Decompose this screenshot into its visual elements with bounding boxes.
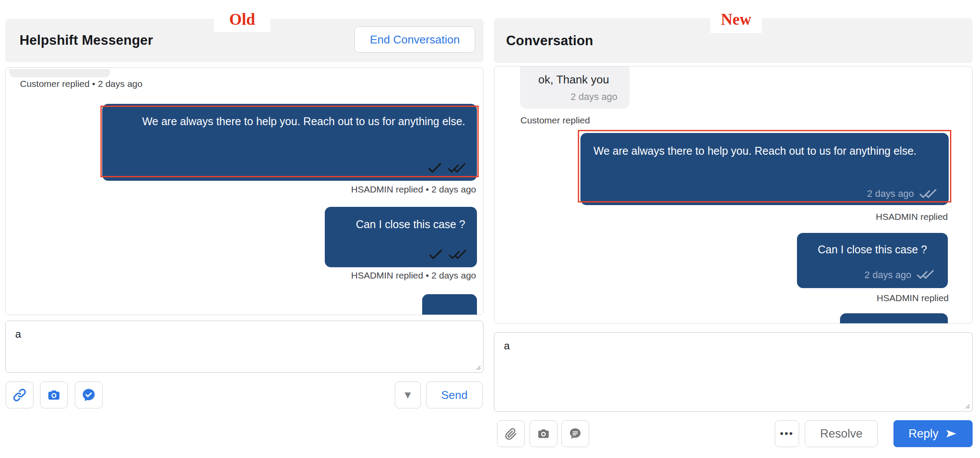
admin-message-text: Can I close this case ?: [797, 233, 948, 266]
old-annotation-label: Old: [214, 6, 270, 32]
resize-handle[interactable]: [474, 363, 481, 370]
old-chat-scroll-area[interactable]: Customer replied • 2 days ago We are alw…: [5, 67, 483, 315]
messenger-check-icon: [81, 388, 96, 402]
new-panel-title: Conversation: [506, 33, 593, 49]
partially-scrolled-bubble: [840, 313, 948, 324]
hsadmin-replied-meta: HSADMIN replied • 2 days ago: [351, 270, 476, 281]
admin-message-text: We are always there to help you. Reach o…: [593, 145, 917, 157]
customer-replied-meta: Customer replied • 2 days ago: [20, 79, 143, 89]
camera-icon: [537, 427, 550, 441]
admin-message-text: We are always there to help you. Reach o…: [142, 115, 465, 127]
reply-button[interactable]: Reply: [893, 420, 973, 447]
partially-scrolled-bubble: [422, 294, 477, 315]
resolve-label: Resolve: [820, 427, 863, 441]
end-conversation-button[interactable]: End Conversation: [354, 27, 475, 53]
truncated-message-sliver: [9, 69, 110, 77]
insert-link-button[interactable]: [6, 382, 33, 408]
new-chat-scroll-area[interactable]: ok, Thank you 2 days ago Customer replie…: [494, 66, 973, 324]
admin-message-text: Can I close this case ?: [325, 207, 477, 242]
new-reply-composer: a: [494, 332, 973, 412]
new-annotation-label: New: [710, 6, 762, 33]
old-panel-title: Helpshift Messenger: [20, 33, 153, 48]
customer-message-text: ok, Thank you: [538, 73, 617, 86]
paperclip-icon: [504, 427, 518, 441]
customer-message-bubble: ok, Thank you 2 days ago: [520, 66, 630, 109]
message-status-row: 2 days ago: [864, 268, 935, 282]
end-conversation-label: End Conversation: [370, 33, 460, 46]
chevron-down-icon: ▼: [403, 389, 413, 401]
message-status-row: 2 days ago: [867, 188, 937, 199]
old-reply-input[interactable]: a: [6, 321, 483, 372]
admin-message-bubble: Can I close this case ?: [325, 207, 477, 267]
ellipsis-icon: •••: [780, 428, 794, 439]
admin-message-bubble: Can I close this case ? 2 days ago: [797, 233, 948, 288]
send-button[interactable]: Send: [426, 382, 483, 408]
resize-handle[interactable]: [963, 402, 970, 409]
send-plane-icon: [945, 427, 958, 440]
camera-icon: [47, 388, 61, 402]
new-reply-input[interactable]: a: [494, 333, 972, 411]
link-icon: [12, 388, 27, 402]
hsadmin-replied-meta: HSADMIN replied: [877, 293, 949, 303]
attach-image-button[interactable]: [530, 420, 557, 447]
delivery-status-icons: [427, 163, 467, 174]
hsadmin-replied-meta: HSADMIN replied: [876, 212, 948, 222]
hsadmin-replied-meta: HSADMIN replied • 2 days ago: [351, 184, 476, 195]
more-options-button[interactable]: •••: [775, 420, 799, 447]
customer-replied-meta: Customer replied: [520, 115, 590, 126]
messenger-channel-button[interactable]: [75, 382, 103, 408]
read-double-check-icon: [919, 188, 937, 199]
attach-file-button[interactable]: [497, 420, 525, 447]
chat-lines-icon: [568, 427, 582, 441]
admin-message-annotated: We are always there to help you. Reach o…: [102, 104, 477, 181]
sent-check-icon: [427, 163, 442, 174]
sent-check-icon: [428, 249, 443, 260]
message-timestamp: 2 days ago: [867, 188, 914, 199]
admin-message-annotated: We are always there to help you. Reach o…: [580, 133, 949, 205]
send-options-dropdown[interactable]: ▼: [395, 382, 421, 408]
quick-replies-button[interactable]: [561, 420, 589, 447]
attach-image-button[interactable]: [40, 382, 68, 408]
reply-label: Reply: [908, 427, 938, 441]
read-double-check-icon: [448, 249, 467, 260]
read-double-check-icon: [917, 269, 935, 280]
resolve-button[interactable]: Resolve: [805, 420, 878, 447]
message-timestamp: 2 days ago: [538, 91, 617, 103]
send-label: Send: [441, 388, 468, 402]
message-timestamp: 2 days ago: [864, 268, 911, 282]
delivery-status-icons: [428, 249, 467, 260]
admin-message-bubble: We are always there to help you. Reach o…: [102, 104, 477, 181]
comparison-page: Helpshift Messenger End Conversation Old…: [0, 0, 980, 458]
old-reply-composer: a: [5, 321, 483, 373]
read-double-check-icon: [447, 163, 467, 174]
